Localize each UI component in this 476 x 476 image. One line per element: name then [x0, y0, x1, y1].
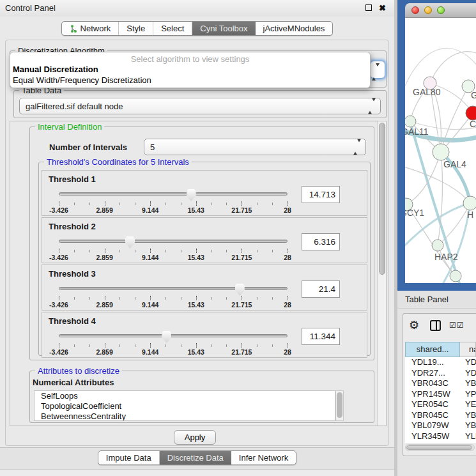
cell-name[interactable]: YPR1: [460, 389, 476, 400]
node-label: GAL80: [413, 87, 441, 97]
cell-name[interactable]: YDR2: [460, 368, 476, 379]
cell-shared-name[interactable]: YBR043C: [405, 378, 460, 389]
network-node[interactable]: [405, 116, 416, 127]
cell-name[interactable]: YBL0: [460, 420, 476, 431]
table-row[interactable]: YPR145WYPR1: [405, 389, 476, 400]
threshold-1-label: Threshold 1: [49, 174, 96, 184]
slider-rail: [59, 287, 288, 290]
tab-discretize-data[interactable]: Discretize Data: [160, 451, 231, 464]
threshold-3-value-field[interactable]: 21.4: [302, 280, 340, 298]
settings-scrollpane: Interval Definition Number of Intervals …: [10, 121, 387, 426]
scrollbar-thumb[interactable]: [406, 445, 472, 450]
thresholds-group-label: Threshold's Coordinates for 5 Intervals: [44, 157, 192, 167]
list-item[interactable]: SelfLoops: [35, 391, 335, 401]
cell-name[interactable]: YIL0: [460, 441, 476, 443]
cell-shared-name[interactable]: YER054C: [405, 399, 460, 410]
interval-definition-group: Interval Definition Number of Intervals …: [29, 127, 374, 360]
dropdown-option-equal-width[interactable]: Equal Width/Frequency Discretization: [10, 75, 370, 86]
scrollbar-thumb[interactable]: [379, 123, 385, 275]
vertical-scrollbar[interactable]: [377, 121, 386, 426]
node-label: GCY1: [405, 208, 424, 218]
node-label: C: [470, 119, 476, 129]
table-data-combobox[interactable]: galFiltered.sif default node: [19, 98, 381, 114]
attributes-scrollbar[interactable]: [335, 390, 344, 421]
checkboxes-icon[interactable]: ☑☑: [449, 321, 464, 330]
network-edge[interactable]: [430, 52, 476, 83]
cell-name[interactable]: YBR0: [460, 410, 476, 421]
network-node[interactable]: [466, 106, 476, 120]
num-intervals-combobox[interactable]: 5: [144, 139, 366, 155]
network-node[interactable]: [463, 196, 476, 210]
table-header-row: shared... na: [405, 342, 476, 357]
tick-label: 28: [284, 206, 291, 214]
tick-label: 9.144: [142, 206, 158, 214]
table-row[interactable]: YBR043CYBR0: [405, 378, 476, 389]
cell-shared-name[interactable]: YPR145W: [405, 389, 460, 400]
threshold-4-slider[interactable]: [59, 329, 288, 343]
mac-minimize-icon[interactable]: [424, 6, 432, 14]
slider-thumb[interactable]: [162, 331, 171, 343]
mac-close-icon[interactable]: [411, 6, 419, 14]
network-edge[interactable]: [405, 166, 470, 203]
column-header-shared[interactable]: shared...: [405, 342, 460, 357]
tab-infer-network[interactable]: Infer Network: [231, 451, 296, 464]
cell-name[interactable]: YBR0: [460, 378, 476, 389]
threshold-3-slider[interactable]: [59, 282, 288, 296]
table-row[interactable]: YBR045CYBR0: [405, 410, 476, 421]
list-item[interactable]: BetweennessCentrality: [35, 411, 335, 421]
cell-name[interactable]: YER0: [460, 399, 476, 410]
network-node[interactable]: [432, 240, 443, 251]
table-row[interactable]: YDL19...YDL1: [405, 357, 476, 368]
cell-shared-name[interactable]: YLR345W: [405, 431, 460, 442]
gear-icon[interactable]: ⚙: [409, 318, 419, 332]
table-row[interactable]: YBL079WYBL0: [405, 420, 476, 431]
node-table-window: ⚙ ☑☑ shared... na YDL19...YDL1YDR27...YD…: [403, 313, 476, 456]
column-header-name[interactable]: na: [460, 342, 476, 357]
slider-tick-labels: -3.4262.8599.14415.4321.71528: [59, 301, 288, 309]
slider-thumb[interactable]: [125, 236, 135, 249]
threshold-1-value-field[interactable]: 14.713: [302, 186, 340, 203]
mac-zoom-icon[interactable]: [437, 6, 445, 14]
tab-cyni-toolbox[interactable]: Cyni Toolbox: [192, 22, 255, 35]
apply-button[interactable]: Apply: [174, 430, 216, 445]
table-row[interactable]: YIL052CYIL0: [405, 441, 476, 443]
cell-shared-name[interactable]: YIL052C: [405, 441, 460, 443]
tick-label: 28: [284, 301, 291, 309]
dropdown-option-manual[interactable]: Manual Discretization: [10, 64, 370, 75]
list-item[interactable]: TopologicalCoefficient: [35, 401, 335, 411]
table-horizontal-scrollbar[interactable]: [405, 444, 475, 451]
threshold-2-value-field[interactable]: 6.316: [302, 233, 340, 250]
network-node[interactable]: [450, 270, 461, 282]
cell-shared-name[interactable]: YDL19...: [405, 357, 460, 368]
network-node[interactable]: [433, 144, 449, 160]
cell-name[interactable]: YLR3: [460, 431, 476, 442]
node-label: GAL11: [405, 127, 429, 137]
tab-network[interactable]: Network: [62, 22, 119, 35]
scrollbar-thumb[interactable]: [337, 392, 342, 418]
cell-name[interactable]: YDL1: [460, 357, 476, 368]
table-row[interactable]: YER054CYER0: [405, 399, 476, 410]
threshold-4-value-field[interactable]: 11.344: [302, 328, 340, 345]
float-icon[interactable]: [364, 4, 372, 12]
columns-icon[interactable]: [430, 320, 441, 331]
slider-thumb[interactable]: [235, 284, 245, 296]
close-icon[interactable]: ✖: [378, 4, 387, 12]
node-table-body[interactable]: YDL19...YDL1YDR27...YDR2YBR043CYBR0YPR14…: [405, 357, 476, 443]
table-row[interactable]: YLR345WYLR3: [405, 431, 476, 442]
tab-style[interactable]: Style: [119, 22, 153, 35]
cell-shared-name[interactable]: YBR045C: [405, 410, 460, 421]
cell-shared-name[interactable]: YBL079W: [405, 420, 460, 431]
cell-shared-name[interactable]: YDR27...: [405, 368, 460, 379]
tab-impute-data[interactable]: Impute Data: [98, 451, 160, 464]
slider-thumb[interactable]: [187, 189, 196, 201]
threshold-2-slider[interactable]: [59, 234, 288, 249]
algorithm-combobox[interactable]: [370, 61, 385, 79]
tab-select[interactable]: Select: [153, 22, 192, 35]
bottom-tab-bar: Impute Data Discretize Data Infer Networ…: [0, 447, 394, 476]
network-canvas[interactable]: GAL80GALCGAL11GAL4GCY1HHAP2: [405, 18, 476, 283]
tab-jactivemnodules[interactable]: jActiveMNodules: [256, 22, 333, 35]
table-row[interactable]: YDR27...YDR2: [405, 368, 476, 379]
numerical-attributes-list[interactable]: SelfLoopsTopologicalCoefficientBetweenne…: [34, 390, 335, 421]
threshold-1-slider[interactable]: [59, 187, 288, 201]
control-panel-titlebar: Control Panel ✖: [0, 0, 394, 17]
